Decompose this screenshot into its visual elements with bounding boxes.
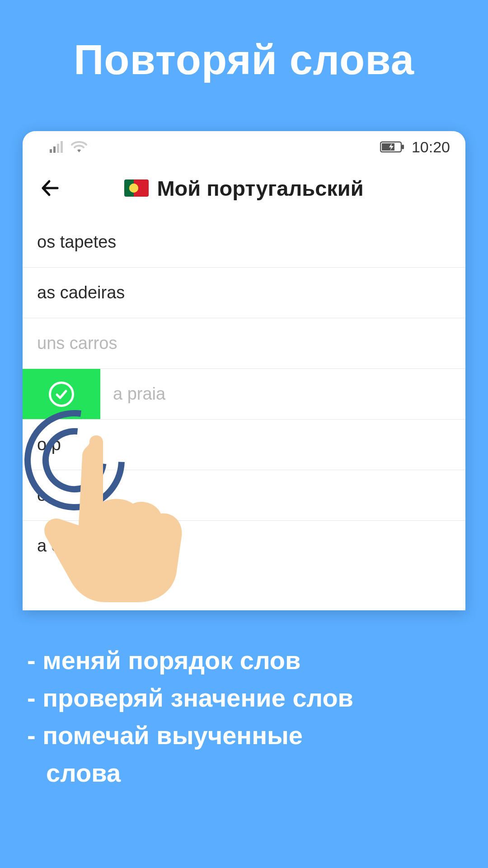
bullet-line: - меняй порядок слов <box>27 642 353 679</box>
bullet-line: - проверяй значение слов <box>27 679 353 717</box>
list-item-swiped[interactable]: a praia <box>23 369 465 420</box>
wifi-icon <box>70 141 88 153</box>
word-text: a praia <box>113 384 165 403</box>
word-text: as cadeiras <box>37 283 125 302</box>
check-circle-icon <box>49 382 74 407</box>
bullet-line: слова <box>27 755 353 792</box>
promo-bullets: - меняй порядок слов - проверяй значение… <box>27 642 353 792</box>
word-list[interactable]: os tapetes as cadeiras uns carros a prai… <box>23 217 465 571</box>
page-title: Мой португальский <box>157 176 363 201</box>
cellular-signal-icon <box>50 141 66 153</box>
word-text: a cidade <box>37 536 102 555</box>
word-text: uns carros <box>37 334 117 353</box>
word-text: o p <box>37 435 61 454</box>
svg-rect-0 <box>50 149 52 153</box>
phone-screenshot: 10:20 Мой португальский os tapetes as ca… <box>23 131 465 610</box>
svg-rect-1 <box>53 146 56 153</box>
battery-charging-icon <box>380 141 405 153</box>
word-text: os tapetes <box>37 232 116 251</box>
svg-rect-2 <box>57 144 59 153</box>
list-item[interactable]: o p <box>23 420 465 470</box>
list-item[interactable]: a cidade <box>23 521 465 571</box>
bullet-line: - помечай выученные <box>27 717 353 755</box>
list-item[interactable]: os tapetes <box>23 217 465 268</box>
mark-learned-action[interactable] <box>23 369 100 419</box>
word-text: o <box>37 486 47 505</box>
app-header: Мой португальский <box>23 163 465 217</box>
status-time: 10:20 <box>412 138 450 156</box>
portugal-flag-icon <box>124 179 149 197</box>
svg-rect-5 <box>402 145 404 149</box>
list-item[interactable]: uns carros <box>23 318 465 369</box>
promo-title: Повторяй слова <box>0 36 488 84</box>
list-item[interactable]: o <box>23 470 465 521</box>
svg-rect-3 <box>61 141 63 153</box>
list-item[interactable]: as cadeiras <box>23 268 465 318</box>
status-bar: 10:20 <box>23 131 465 163</box>
